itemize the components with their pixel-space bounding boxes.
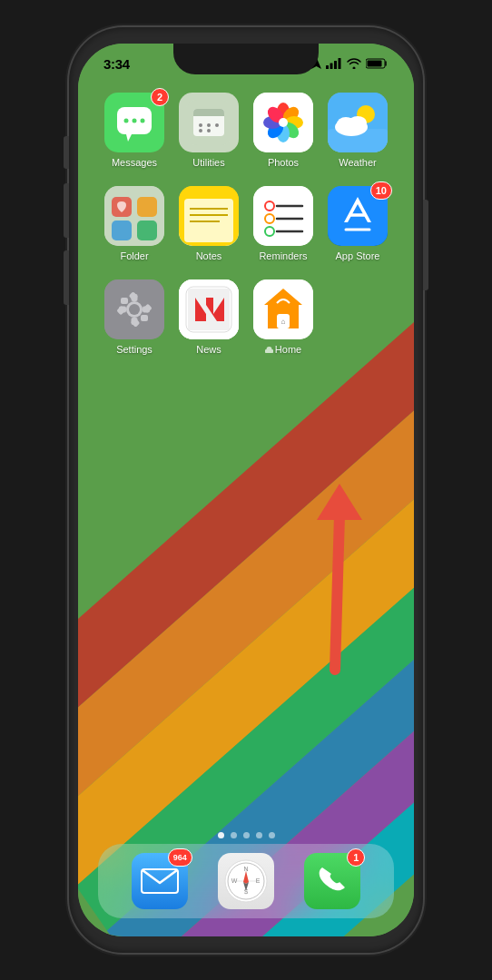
svg-rect-46 xyxy=(112,220,132,240)
red-arrow-annotation xyxy=(285,479,367,691)
svg-rect-86 xyxy=(141,867,179,896)
weather-label: Weather xyxy=(339,157,376,168)
svg-point-25 xyxy=(199,129,202,132)
notch xyxy=(173,44,319,74)
signal-icon xyxy=(326,58,342,69)
utilities-label: Utilities xyxy=(192,157,224,168)
svg-text:E: E xyxy=(256,877,261,884)
svg-text:W: W xyxy=(231,877,238,884)
svg-rect-74 xyxy=(121,298,128,304)
svg-rect-10 xyxy=(339,58,341,69)
app-grid: 2 Messages xyxy=(94,93,398,355)
svg-rect-9 xyxy=(334,61,337,69)
svg-line-84 xyxy=(335,515,339,670)
svg-point-65 xyxy=(129,304,140,315)
mute-button[interactable] xyxy=(64,136,69,169)
notes-label: Notes xyxy=(196,250,222,261)
svg-text:⌂: ⌂ xyxy=(281,318,286,326)
power-button[interactable] xyxy=(423,200,428,290)
page-dot-4[interactable] xyxy=(256,832,262,838)
svg-rect-71 xyxy=(141,315,148,321)
settings-label: Settings xyxy=(116,344,153,355)
appstore-badge: 10 xyxy=(370,181,392,200)
reminders-icon xyxy=(253,186,313,246)
app-folder[interactable]: Folder xyxy=(102,186,167,261)
phone-badge: 1 xyxy=(347,848,365,867)
svg-rect-45 xyxy=(137,197,157,217)
app-messages[interactable]: 2 Messages xyxy=(102,93,167,168)
app-photos[interactable]: Photos xyxy=(251,93,316,168)
phone-screen: 3:34 xyxy=(78,44,414,936)
svg-rect-7 xyxy=(326,65,329,69)
news-label: News xyxy=(196,344,221,355)
dock: 964 xyxy=(98,844,394,918)
svg-point-36 xyxy=(279,118,288,127)
wifi-icon xyxy=(347,58,361,69)
svg-marker-85 xyxy=(317,484,362,520)
settings-icon xyxy=(104,279,164,339)
svg-rect-53 xyxy=(253,186,313,246)
svg-rect-47 xyxy=(137,220,157,240)
svg-rect-8 xyxy=(330,64,333,70)
home-icon: ⌂ xyxy=(253,279,313,339)
svg-point-26 xyxy=(207,129,211,132)
dock-mail[interactable]: 964 xyxy=(132,853,188,909)
svg-text:N: N xyxy=(243,866,248,872)
photos-icon xyxy=(253,93,313,152)
status-time: 3:34 xyxy=(103,56,130,72)
app-news[interactable]: News xyxy=(176,279,241,355)
home-label: Home xyxy=(275,344,301,355)
folder-label: Folder xyxy=(120,250,148,261)
reminders-label: Reminders xyxy=(259,250,307,261)
volume-down-button[interactable] xyxy=(64,250,69,305)
status-icons xyxy=(311,57,389,70)
app-settings[interactable]: Settings xyxy=(102,279,167,355)
app-reminders[interactable]: Reminders xyxy=(251,186,316,261)
safari-icon: N S E W xyxy=(218,853,274,909)
svg-point-17 xyxy=(141,119,145,123)
battery-icon xyxy=(366,58,389,69)
app-home[interactable]: ⌂ Home xyxy=(251,279,316,355)
notes-icon xyxy=(179,186,239,246)
svg-rect-21 xyxy=(193,113,224,116)
page-dot-5[interactable] xyxy=(269,832,275,838)
svg-point-15 xyxy=(124,119,129,123)
dock-phone[interactable]: 1 xyxy=(304,853,360,909)
svg-rect-12 xyxy=(368,61,382,67)
svg-point-22 xyxy=(199,123,202,127)
volume-up-button[interactable] xyxy=(64,183,69,238)
svg-point-23 xyxy=(207,123,211,127)
folder-icon xyxy=(104,186,164,246)
home-cloud-icon xyxy=(265,346,273,354)
weather-icon xyxy=(328,93,388,152)
svg-marker-14 xyxy=(126,134,132,142)
utilities-icon xyxy=(179,93,239,152)
svg-point-16 xyxy=(133,119,137,123)
mail-badge: 964 xyxy=(168,848,192,867)
app-notes[interactable]: Notes xyxy=(176,186,241,261)
messages-badge: 2 xyxy=(151,88,169,106)
app-utilities[interactable]: Utilities xyxy=(176,93,241,168)
photos-label: Photos xyxy=(268,157,299,168)
svg-point-42 xyxy=(349,116,367,129)
messages-label: Messages xyxy=(112,157,157,168)
page-dots xyxy=(78,832,414,838)
dock-safari[interactable]: N S E W xyxy=(218,853,274,909)
page-dot-3[interactable] xyxy=(243,832,250,838)
phone-frame: 3:34 xyxy=(69,27,423,953)
appstore-label: App Store xyxy=(336,250,380,261)
app-weather[interactable]: Weather xyxy=(325,93,390,168)
news-icon xyxy=(179,279,239,339)
app-appstore[interactable]: 10 App Store xyxy=(325,186,390,261)
svg-point-24 xyxy=(215,123,219,127)
page-dot-1[interactable] xyxy=(218,832,224,838)
page-dot-2[interactable] xyxy=(231,832,237,838)
